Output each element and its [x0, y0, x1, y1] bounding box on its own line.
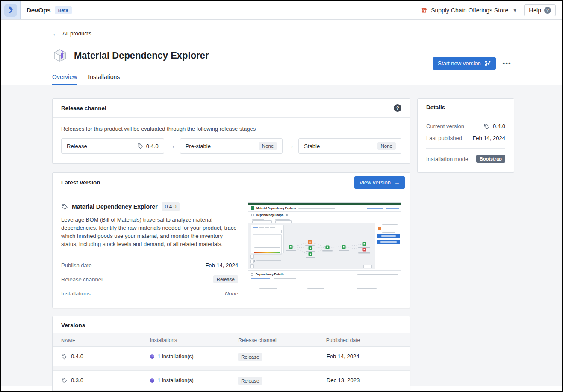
view-version-button[interactable]: View version → — [354, 176, 405, 189]
stage-name: Release — [67, 143, 87, 149]
start-new-version-label: Start new version — [438, 60, 480, 67]
thumb-toolbar: Material Dependency Explorer — [248, 205, 401, 212]
installations-pie-icon — [150, 354, 155, 359]
latest-version-title: Latest version — [61, 179, 100, 186]
details-title: Details — [426, 104, 445, 111]
stage-version: 0.4.0 — [146, 143, 159, 149]
thumb-zoom-control — [250, 260, 254, 263]
row-separator — [53, 366, 410, 371]
product-description: Leverage BOM (Bill of Materials) travers… — [61, 216, 238, 248]
devops-hammer-icon — [4, 4, 17, 17]
release-channel-badge: Release — [213, 275, 238, 283]
thumb-selected-node-card — [377, 225, 400, 231]
stage-name: Pre-stable — [186, 143, 211, 149]
app-title: DevOps — [27, 6, 51, 14]
stage-arrow-icon: → — [168, 142, 176, 150]
release-channel-help-icon[interactable]: ? — [394, 104, 401, 112]
version-tag-icon — [61, 203, 68, 210]
store-icon — [420, 7, 427, 14]
stage-arrow-icon: → — [287, 142, 294, 150]
column-header-name: NAME — [53, 333, 143, 347]
latest-version-badge: 0.4.0 — [162, 202, 180, 211]
divider — [426, 148, 505, 149]
column-header-published-date: Published date — [319, 333, 410, 347]
versions-table-header: NAME Installations Release channel Publi… — [53, 333, 410, 347]
version-tag-icon — [61, 354, 67, 360]
release-channel-badge: Release — [238, 377, 262, 385]
screen: DevOps Beta Supply Chain Offerings Store… — [0, 0, 563, 392]
more-options-button[interactable]: ••• — [502, 58, 512, 69]
release-channel-label: Release channel — [61, 276, 103, 283]
thumb-dependency-details: Dependency Details 9 1788080 — [248, 270, 401, 290]
installation-mode-badge: Bootstrap — [476, 155, 505, 163]
start-new-version-button[interactable]: Start new version — [433, 57, 495, 70]
installations-pie-icon — [150, 378, 155, 383]
release-channel-title: Release channel — [61, 105, 106, 111]
view-version-label: View version — [360, 179, 391, 186]
thumb-graph-controls-panel — [251, 225, 284, 253]
product-screenshot-thumbnail: Material Dependency Explorer Dependency … — [248, 202, 401, 290]
help-button-label: Help — [529, 7, 541, 14]
thumb-zoom-control — [250, 255, 254, 259]
thumb-action-button — [377, 240, 400, 244]
last-published-label: Last published — [426, 135, 462, 141]
release-stage-stable: Stable None — [298, 138, 401, 154]
column-header-installations: Installations — [143, 333, 231, 347]
thumb-app-icon — [251, 206, 254, 210]
publish-date-value: Feb 14, 2024 — [205, 262, 238, 269]
thumb-app-title: Material Dependency Explorer — [256, 207, 296, 210]
current-version-value: 0.4.0 — [493, 123, 505, 129]
latest-product-name: Material Dependency Explorer — [72, 203, 158, 210]
help-button[interactable]: Help ? — [524, 4, 556, 16]
page-title: Material Dependency Explorer — [74, 50, 209, 61]
thumb-stats: 9 1788080 3 — [255, 283, 398, 290]
column-header-release-channel: Release channel — [231, 333, 319, 347]
tab-installations[interactable]: Installations — [88, 73, 120, 85]
help-icon: ? — [544, 7, 551, 14]
stage-name: Stable — [304, 143, 320, 149]
publish-date-label: Publish date — [61, 262, 92, 269]
thumb-panel-head: Dependency Graph — [251, 214, 288, 216]
versions-title: Versions — [61, 322, 85, 328]
git-new-branch-icon — [484, 60, 491, 67]
installations-label: Installations — [61, 290, 91, 297]
back-link-label: All products — [62, 30, 91, 37]
version-row-0-4-0[interactable]: 0.4.0 1 installation(s) Release Feb 14, … — [53, 347, 410, 366]
release-channel-card: Release channel ? Releases for this prod… — [52, 98, 410, 164]
product-cube-icon — [52, 48, 68, 63]
back-link-all-products[interactable]: ← All products — [52, 30, 91, 37]
version-tag-icon — [61, 377, 67, 383]
release-stage-release: Release 0.4.0 — [61, 138, 164, 154]
chevron-down-icon: ▼ — [513, 8, 517, 13]
latest-version-card: Latest version View version → Mate — [52, 172, 410, 308]
row-separator — [53, 390, 410, 392]
installations-value: None — [225, 290, 238, 297]
topbar: DevOps Beta Supply Chain Offerings Store… — [1, 1, 562, 20]
version-tag-icon — [137, 143, 143, 149]
versions-card: Versions NAME Installations Release chan… — [52, 316, 410, 392]
stage-none-badge: None — [377, 142, 396, 150]
page-header: ← All products Material Dependency Explo… — [1, 20, 562, 85]
arrow-right-icon: → — [394, 179, 400, 186]
store-menu[interactable]: Supply Chain Offerings Store ▼ — [420, 7, 517, 14]
tab-overview[interactable]: Overview — [52, 73, 77, 85]
content-area: Release channel ? Releases for this prod… — [1, 85, 562, 386]
divider — [61, 255, 238, 255]
last-published-value: Feb 14, 2024 — [472, 135, 505, 141]
back-arrow-icon: ← — [52, 30, 59, 37]
release-channel-description: Releases for this product will be evalua… — [61, 126, 401, 132]
thumb-action-button — [377, 234, 400, 238]
version-tag-icon — [484, 123, 490, 129]
version-row-0-3-0[interactable]: 0.3.0 1 installation(s) Release Dec 13, … — [53, 371, 410, 390]
app-logo[interactable] — [1, 1, 21, 19]
thumb-zoom-control — [250, 264, 254, 268]
stage-none-badge: None — [259, 142, 277, 150]
beta-badge: Beta — [55, 6, 72, 14]
release-channel-badge: Release — [238, 353, 262, 361]
release-stage-pre-stable: Pre-stable None — [180, 138, 283, 154]
tab-bar: Overview Installations — [52, 73, 512, 85]
current-version-label: Current version — [426, 123, 464, 129]
thumb-inventory-gradient — [254, 252, 280, 253]
details-card: Details Current version 0.4.0 Last publi… — [417, 98, 514, 173]
installation-mode-label: Installation mode — [426, 156, 468, 162]
